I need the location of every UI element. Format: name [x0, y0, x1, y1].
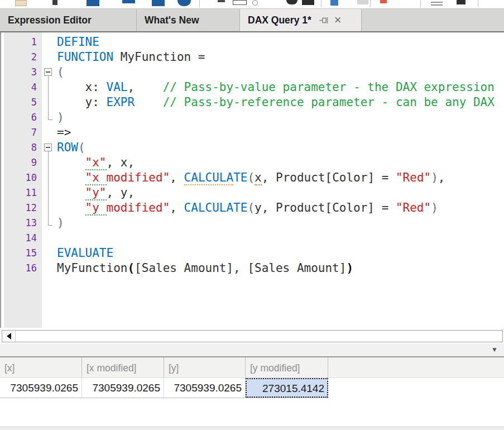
result-cell-selected[interactable]: 273015.4142	[246, 378, 328, 398]
fold-margin	[42, 110, 55, 125]
table-row: 7305939.02657305939.02657305939.02652730…	[0, 378, 328, 398]
line-number: 13	[1, 216, 42, 231]
results-empty-area	[0, 398, 504, 427]
toolbar-icon-fragment[interactable]	[380, 0, 387, 3]
toolbar-icon-fragment[interactable]	[286, 0, 297, 4]
code-line[interactable]: 4 x: VAL, // Pass-by-value parameter - t…	[1, 80, 504, 95]
code-text: "y modified", CALCULATE(y, Product[Color…	[55, 200, 438, 216]
result-cell[interactable]: 7305939.0265	[0, 378, 82, 398]
toolbar-separator	[478, 0, 478, 7]
fold-margin	[42, 231, 55, 246]
toolbar-icon-fragment[interactable]	[302, 0, 314, 5]
tab-expression-editor[interactable]: Expression Editor	[0, 9, 137, 31]
code-line[interactable]: 1DEFINE	[1, 35, 504, 50]
toolbar-icon-fragment[interactable]	[177, 0, 191, 6]
code-text: )	[55, 110, 64, 125]
pin-icon[interactable]	[319, 16, 329, 25]
result-cell[interactable]: 7305939.0265	[164, 378, 246, 398]
close-icon[interactable]: ×	[334, 15, 342, 26]
code-text: x: VAL, // Pass-by-value parameter - the…	[55, 80, 495, 95]
horizontal-scrollbar[interactable]	[2, 330, 503, 342]
code-text: FUNCTION MyFunction =	[55, 50, 205, 65]
code-line[interactable]: 2FUNCTION MyFunction =	[1, 50, 504, 65]
code-line[interactable]: 5 y: EXPR // Pass-by-reference parameter…	[1, 95, 504, 110]
code-line[interactable]: 3(	[1, 65, 504, 80]
line-number: 7	[1, 125, 42, 140]
fold-margin	[42, 35, 55, 50]
line-number: 12	[1, 200, 42, 216]
result-cell[interactable]: 7305939.0265	[82, 378, 164, 398]
code-text: (	[55, 65, 64, 80]
tab-label: What's New	[145, 15, 199, 26]
code-line[interactable]: 13)	[1, 216, 504, 231]
line-number: 3	[1, 65, 42, 80]
code-text: "y", y,	[55, 185, 135, 200]
toolbar-icon-fragment[interactable]	[152, 0, 165, 6]
code-text: "x", x,	[55, 155, 135, 170]
code-line[interactable]: 6)	[1, 110, 504, 125]
column-header[interactable]: [x modified]	[82, 357, 164, 378]
fold-margin	[42, 95, 55, 110]
fold-margin	[42, 246, 55, 261]
column-header-filler	[328, 357, 504, 378]
code-line[interactable]: 9 "x", x,	[1, 155, 504, 170]
toolbar-icon-fragment[interactable]	[330, 0, 338, 6]
fold-margin	[42, 200, 55, 216]
toolbar-icon-fragment[interactable]	[457, 0, 465, 4]
code-line[interactable]: 15EVALUATE	[1, 246, 504, 261]
column-header[interactable]: [x]	[0, 357, 82, 378]
line-number: 6	[1, 110, 42, 125]
code-line[interactable]: 7=>	[1, 125, 504, 140]
toolbar-icon-fragment[interactable]	[122, 0, 135, 3]
line-number: 1	[1, 35, 42, 50]
fold-margin	[42, 170, 55, 185]
toolbar-icon-fragment[interactable]	[431, 2, 443, 3]
chevron-down-icon[interactable]: ▼	[491, 346, 498, 353]
toolbar-icon-fragment[interactable]	[431, 4, 443, 6]
code-line[interactable]: 11 "y", y,	[1, 185, 504, 200]
results-row-wrap: 7305939.02657305939.02657305939.02652730…	[0, 378, 504, 398]
app-window: Expression EditorWhat's NewDAX Query 1*×…	[0, 0, 504, 430]
scrollbar-track[interactable]	[16, 331, 502, 342]
tab-bar: Expression EditorWhat's NewDAX Query 1*×	[0, 9, 504, 32]
toolbar-icon-fragment[interactable]	[218, 0, 225, 2]
line-number: 9	[1, 155, 42, 170]
toolbar-icon-fragment[interactable]	[252, 0, 258, 6]
fold-margin	[42, 216, 55, 231]
code-editor[interactable]: 1DEFINE2FUNCTION MyFunction =3(4 x: VAL,…	[0, 32, 504, 328]
code-lines: 1DEFINE2FUNCTION MyFunction =3(4 x: VAL,…	[1, 32, 504, 276]
window-bottom-strip	[0, 427, 504, 430]
fold-margin	[42, 50, 55, 65]
scroll-left-button[interactable]	[2, 331, 16, 342]
tab-dax-query-1[interactable]: DAX Query 1*×	[240, 9, 362, 31]
fold-margin	[42, 261, 55, 276]
toolbar-icon-fragment[interactable]	[233, 0, 247, 5]
fold-margin	[42, 125, 55, 140]
toolbar-separator	[420, 0, 421, 7]
tab-what-s-new[interactable]: What's New	[137, 9, 240, 31]
line-number: 4	[1, 80, 42, 95]
fold-margin	[42, 155, 55, 170]
toolbar-icon-fragment[interactable]	[15, 0, 27, 6]
code-line[interactable]: 12 "y modified", CALCULATE(y, Product[Co…	[1, 200, 504, 216]
code-line[interactable]: 10 "x modified", CALCULATE(x, Product[Co…	[1, 170, 504, 185]
code-text: DEFINE	[55, 35, 99, 50]
fold-collapse-marker[interactable]	[42, 65, 55, 80]
code-line[interactable]: 8ROW(	[1, 140, 504, 155]
toolbar-icon-fragment[interactable]	[52, 0, 57, 5]
line-number: 10	[1, 170, 42, 185]
column-header[interactable]: [y modified]	[246, 357, 328, 378]
code-line[interactable]: 14	[1, 231, 504, 246]
fold-collapse-marker[interactable]	[42, 140, 55, 155]
toolbar-icon-fragment[interactable]	[87, 0, 99, 6]
toolbar-icon-fragment[interactable]	[357, 0, 368, 4]
code-text	[55, 231, 57, 246]
code-text: EVALUATE	[55, 246, 113, 261]
tab-label: Expression Editor	[8, 15, 92, 26]
line-number: 15	[1, 246, 42, 261]
toolbar-separator	[370, 0, 371, 7]
results-splitter[interactable]: ▼	[0, 343, 504, 357]
code-line[interactable]: 16MyFunction([Sales Amount], [Sales Amou…	[1, 261, 504, 276]
line-number: 14	[1, 231, 42, 246]
column-header[interactable]: [y]	[164, 357, 246, 378]
